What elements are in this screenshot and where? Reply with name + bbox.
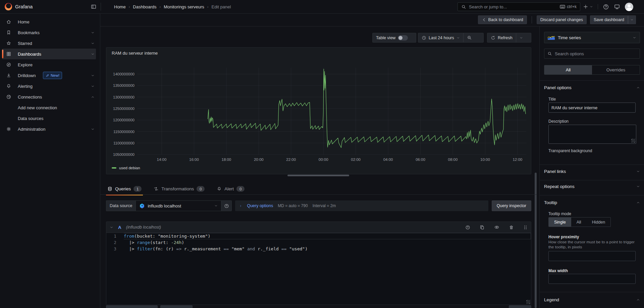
section-panel-options[interactable]: Panel options	[544, 85, 640, 90]
refresh-group: Refresh	[487, 33, 531, 43]
datasource-picker[interactable]: influxdb localhost	[136, 200, 221, 211]
sidebar-item-explore[interactable]: Explore	[2, 59, 96, 70]
tooltip-mode-hidden[interactable]: Hidden	[587, 218, 611, 227]
breadcrumb-separator: ›	[129, 5, 130, 9]
grafana-edit-panel-page: Grafana Home›Dashboards›Monitorings serv…	[0, 0, 644, 308]
editor-help-button[interactable]: Help	[509, 305, 531, 308]
sidebar-toggle-icon[interactable]	[90, 3, 97, 10]
sidebar-item-drilldown[interactable]: DrilldownNew!	[2, 70, 96, 81]
sidebar-item-starred[interactable]: Starred	[2, 38, 96, 49]
sidebar-item-alerting[interactable]: Alerting	[2, 81, 96, 91]
query-inspector-button[interactable]: Query inspector	[492, 200, 531, 211]
query-options-bar: Query options MD = auto = 790 Interval =…	[235, 200, 488, 211]
help-icon[interactable]	[603, 4, 609, 10]
svg-text:1100000000: 1100000000	[113, 141, 135, 145]
section-panel-links[interactable]: Panel links	[544, 169, 640, 174]
time-range-picker[interactable]: Last 24 hours	[418, 33, 463, 42]
flux-code-editor[interactable]: 1from(bucket: "monitoring-system")2 |> r…	[106, 233, 531, 305]
tab-queries[interactable]: Queries 1	[106, 184, 143, 194]
section-divider	[540, 165, 644, 165]
chevron-down-icon	[520, 36, 523, 40]
save-dashboard-button[interactable]: Save dashboard	[590, 15, 628, 24]
breadcrumb: Home›Dashboards›Monitorings serveurs›Edi…	[114, 0, 231, 13]
chevron-down-icon	[91, 31, 95, 35]
tab-all[interactable]: All	[544, 65, 592, 74]
user-avatar[interactable]	[625, 3, 633, 11]
max-data-points-stat: MD = auto = 790	[278, 203, 308, 208]
query-editor-footer: Flux language syntax Sample query Help	[106, 305, 531, 308]
tab-transformations[interactable]: Transformations 0	[152, 184, 206, 194]
svg-text:00:00: 00:00	[319, 158, 328, 162]
table-view-switch[interactable]	[398, 35, 408, 41]
database-icon	[107, 186, 112, 191]
options-tabs: All Overrides	[544, 65, 640, 75]
section-repeat-options[interactable]: Repeat options	[544, 184, 640, 189]
sidebar-item-data-sources[interactable]: Data sources	[2, 113, 96, 124]
save-dashboard-caret[interactable]	[628, 15, 636, 24]
sidebar-item-bookmarks[interactable]: Bookmarks	[2, 27, 96, 38]
svg-text:1200000000: 1200000000	[113, 118, 135, 122]
query-ref-id[interactable]: A	[118, 225, 121, 230]
chart-legend-item[interactable]: used debian	[112, 166, 140, 170]
table-view-toggle[interactable]: Table view	[372, 33, 416, 43]
chevron-up-icon	[636, 86, 640, 89]
sidebar-item-label: Explore	[18, 62, 33, 67]
options-search-input[interactable]: Search options	[544, 49, 640, 59]
flux-syntax-button[interactable]: Flux language syntax	[106, 305, 158, 308]
tooltip-mode-all[interactable]: All	[571, 218, 587, 227]
breadcrumb-item-home[interactable]: Home	[114, 4, 126, 9]
panel-title-input[interactable]	[548, 103, 636, 113]
sidebar-item-home[interactable]: Home	[2, 16, 96, 27]
section-tooltip[interactable]: Tooltip	[544, 200, 640, 205]
tooltip-mode-label: Tooltip mode	[548, 211, 571, 216]
hover-proximity-input[interactable]	[548, 251, 636, 261]
add-icon[interactable]	[583, 4, 593, 9]
tab-alert[interactable]: Alert 0	[215, 184, 246, 194]
svg-text:1050000000: 1050000000	[113, 152, 135, 157]
time-series-chart[interactable]: 1400000000135000000013000000001250000000…	[106, 48, 531, 174]
zoom-out-button[interactable]	[464, 33, 475, 42]
breadcrumb-item-dashboards[interactable]: Dashboards	[133, 4, 156, 9]
datasource-help-button[interactable]	[221, 200, 232, 211]
chevron-right-icon[interactable]	[239, 204, 242, 207]
svg-text:22:00: 22:00	[286, 158, 296, 162]
max-width-input[interactable]	[548, 274, 636, 284]
duplicate-query-icon[interactable]	[480, 225, 485, 230]
tab-count-badge: 0	[197, 186, 205, 192]
query-options-toggle[interactable]: Query options	[247, 203, 273, 208]
sidebar-item-connections[interactable]: Connections	[2, 91, 96, 102]
grafana-logo-icon[interactable]	[5, 3, 12, 10]
section-legend[interactable]: Legend	[544, 297, 640, 302]
svg-text:1150000000: 1150000000	[113, 130, 135, 134]
clock-icon	[422, 36, 426, 40]
visualization-picker[interactable]: Time series	[544, 32, 640, 43]
refresh-interval-caret[interactable]	[516, 33, 526, 42]
series-name: used debian	[119, 166, 140, 170]
delete-query-trash-icon[interactable]	[509, 225, 514, 230]
editor-resize-handle[interactable]	[526, 300, 530, 304]
sidebar-item-administration[interactable]: Administration	[2, 124, 96, 134]
breadcrumb-item-monitorings-serveurs[interactable]: Monitorings serveurs	[164, 4, 204, 9]
transparent-background-label: Transparent background	[548, 148, 592, 153]
discard-panel-changes-button[interactable]: Discard panel changes	[537, 15, 587, 24]
drag-handle-icon[interactable]	[523, 225, 528, 230]
chevron-down-icon	[91, 74, 95, 77]
section-divider	[540, 180, 644, 180]
sidebar-item-dashboards[interactable]: Dashboards	[2, 49, 96, 59]
search-icon	[547, 51, 552, 56]
chevron-down-icon	[91, 42, 95, 45]
disable-query-eye-icon[interactable]	[494, 225, 499, 230]
panel-description-textarea[interactable]	[548, 125, 636, 144]
textarea-resize-handle[interactable]	[631, 139, 635, 143]
tab-overrides[interactable]: Overrides	[592, 65, 640, 74]
tooltip-mode-single[interactable]: Single	[549, 218, 571, 227]
news-icon[interactable]	[614, 4, 620, 10]
sidebar-item-add-new-connection[interactable]: Add new connection	[2, 102, 96, 113]
horizontal-scrollbar-thumb[interactable]	[287, 175, 349, 176]
query-help-icon[interactable]	[465, 225, 470, 230]
collapse-chevron-icon[interactable]	[110, 226, 113, 229]
back-to-dashboard-button[interactable]: Back to dashboard	[478, 15, 527, 24]
refresh-button[interactable]: Refresh	[487, 33, 516, 42]
search-input[interactable]: Search or jump to... ctrl+k	[458, 2, 580, 11]
sample-query-button[interactable]: Sample query	[160, 305, 193, 308]
